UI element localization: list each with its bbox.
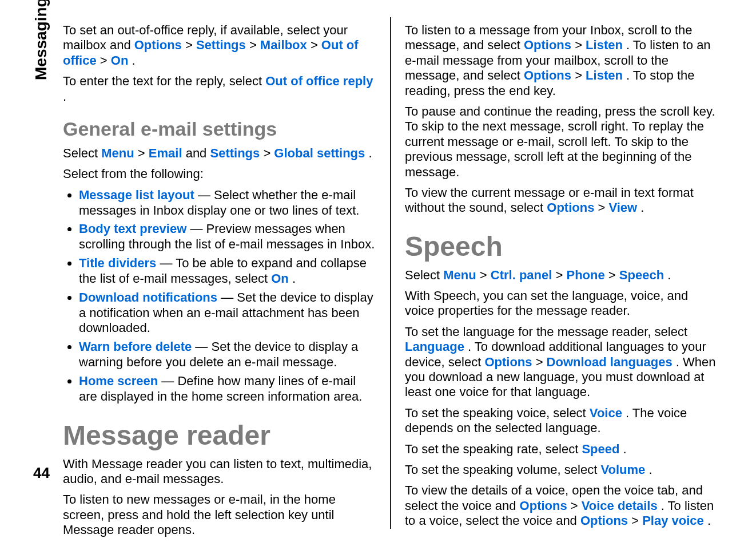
menu-path-item: Voice [590, 406, 622, 420]
menu-path-item: Phone [566, 268, 604, 282]
path-separator: > [575, 38, 586, 52]
text: To set the speaking rate, select [405, 442, 582, 456]
paragraph: To view the details of a voice, open the… [405, 483, 718, 528]
option-name: Body text preview [79, 221, 186, 236]
paragraph: To set the speaking rate, select Speed . [405, 442, 718, 457]
text: To set the speaking volume, select [405, 462, 600, 477]
text: . [667, 268, 671, 282]
path-separator: > [480, 268, 491, 282]
option-name: Download notifications [79, 290, 217, 304]
side-column: Messaging 44 [17, 17, 49, 529]
menu-path-item: Global settings [274, 146, 365, 160]
text: . [132, 53, 135, 68]
option-name: Warn before delete [79, 339, 192, 354]
heading-general-email-settings: General e-mail settings [63, 118, 376, 140]
menu-path-item: Settings [210, 146, 260, 160]
paragraph: To set the language for the message read… [405, 325, 718, 400]
menu-path-item: Download languages [547, 355, 673, 369]
text: . [640, 200, 644, 215]
list-item: Warn before delete — Set the device to d… [79, 339, 376, 370]
paragraph: To pause and continue the reading, press… [405, 104, 718, 180]
path-separator: > [138, 146, 149, 160]
paragraph: To enter the text for the reply, select … [63, 74, 376, 104]
text: . [63, 89, 66, 104]
paragraph: Select from the following: [63, 167, 376, 181]
menu-path-item: Listen [586, 38, 623, 52]
heading-message-reader: Message reader [63, 420, 376, 451]
paragraph: To set an out-of-office reply, if availa… [63, 23, 376, 68]
menu-path-item: Options [484, 355, 532, 369]
menu-path-item: Out of office reply [265, 74, 373, 88]
menu-path-item: Speed [582, 442, 619, 456]
text: . [707, 513, 711, 528]
text: Select [63, 146, 101, 160]
text: . [648, 462, 652, 477]
path-separator: > [263, 146, 274, 160]
menu-path-item: Listen [586, 68, 623, 82]
option-name: Home screen [79, 374, 158, 388]
path-separator: > [249, 38, 260, 52]
text: and [186, 146, 210, 160]
path-separator: > [100, 53, 111, 68]
menu-path-item: Mailbox [260, 38, 307, 52]
option-desc: . [292, 271, 296, 286]
text: To set the speaking voice, select [405, 406, 590, 420]
path-separator: > [575, 68, 586, 82]
menu-path-item: Options [520, 498, 567, 513]
path-separator: > [571, 498, 582, 513]
menu-path-item: On [111, 53, 129, 68]
text: . [623, 442, 627, 456]
menu-path-item: Options [580, 513, 628, 528]
path-separator: > [536, 355, 547, 369]
menu-path-item: Options [524, 68, 571, 82]
right-column: To listen to a message from your Inbox, … [391, 17, 727, 529]
text: Select [405, 268, 443, 282]
menu-path-item: Options [134, 38, 182, 52]
menu-path-item: Ctrl. panel [491, 268, 552, 282]
options-list: Message list layout — Select whether the… [63, 188, 376, 405]
heading-speech: Speech [405, 231, 718, 262]
menu-path-item: View [608, 200, 637, 215]
list-item: Home screen — Define how many lines of e… [79, 374, 376, 405]
menu-path-item: Language [405, 339, 464, 354]
option-name: Message list layout [79, 188, 194, 202]
paragraph: To set the speaking voice, select Voice … [405, 406, 718, 436]
text: . [368, 146, 372, 160]
paragraph: To set the speaking volume, select Volum… [405, 462, 718, 477]
path-separator: > [311, 38, 321, 52]
path-separator: > [185, 38, 196, 52]
menu-path-item: Menu [101, 146, 134, 160]
paragraph: To listen to new messages or e-mail, in … [63, 492, 376, 537]
path-separator: > [631, 513, 642, 528]
path-separator: > [608, 268, 619, 282]
option-name: Title dividers [79, 256, 156, 270]
menu-path-item: Volume [600, 462, 645, 477]
option-value: On [271, 271, 289, 286]
list-item: Download notifications — Set the device … [79, 290, 376, 336]
left-column: To set an out-of-office reply, if availa… [49, 17, 391, 529]
paragraph: Select Menu > Email and Settings > Globa… [63, 146, 376, 161]
menu-path-item: Options [524, 38, 571, 52]
paragraph: Select Menu > Ctrl. panel > Phone > Spee… [405, 268, 718, 283]
text: To set the language for the message read… [405, 325, 687, 339]
menu-path-item: Menu [443, 268, 476, 282]
path-separator: > [598, 200, 609, 215]
page-number: 44 [33, 464, 50, 482]
content-columns: To set an out-of-office reply, if availa… [49, 17, 727, 529]
text: To enter the text for the reply, select [63, 74, 265, 88]
list-item: Message list layout — Select whether the… [79, 188, 376, 219]
paragraph: With Message reader you can listen to te… [63, 457, 376, 487]
menu-path-item: Voice details [582, 498, 658, 513]
section-tab-label: Messaging [32, 0, 50, 80]
paragraph: To listen to a message from your Inbox, … [405, 23, 718, 98]
paragraph: To view the current message or e-mail in… [405, 185, 718, 216]
paragraph: With Speech, you can set the language, v… [405, 288, 718, 319]
list-item: Body text preview — Preview messages whe… [79, 221, 376, 252]
menu-path-item: Speech [619, 268, 664, 282]
menu-path-item: Email [149, 146, 182, 160]
menu-path-item: Settings [196, 38, 246, 52]
path-separator: > [556, 268, 567, 282]
menu-path-item: Options [547, 200, 594, 215]
document-page: Messaging 44 To set an out-of-office rep… [0, 0, 756, 546]
list-item: Title dividers — To be able to expand an… [79, 256, 376, 287]
